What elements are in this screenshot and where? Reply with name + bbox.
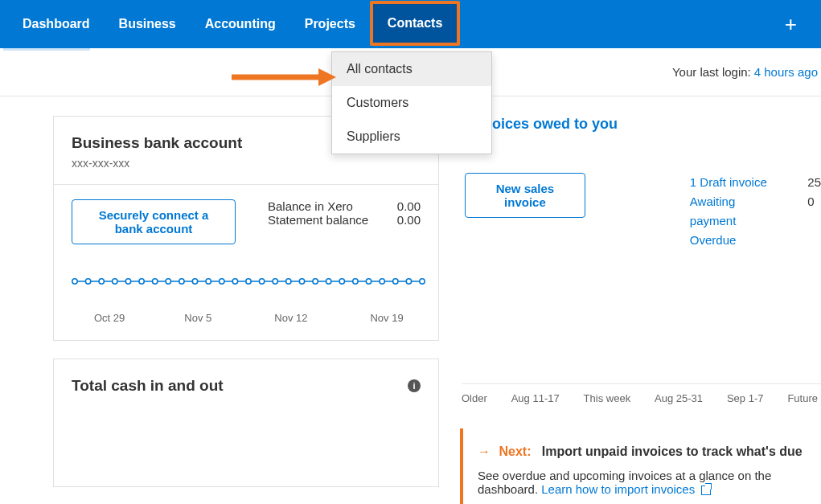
nav-contacts[interactable]: Contacts: [370, 1, 460, 46]
svg-point-11: [179, 279, 184, 284]
svg-point-29: [420, 279, 425, 284]
svg-point-24: [353, 279, 358, 284]
svg-point-21: [313, 279, 318, 284]
invoice-status-links: 1 Draft invoice Awaiting payment Overdue: [690, 173, 775, 250]
svg-point-6: [113, 279, 117, 284]
timeline-label: Aug 11-17: [511, 392, 560, 404]
svg-point-9: [153, 279, 158, 284]
xaxis-label: Oct 29: [94, 312, 125, 324]
balances-block: Balance in Xero 0.00 Statement balance 0…: [268, 199, 421, 227]
svg-point-25: [366, 279, 371, 284]
invoice-status-counts: 25 0: [807, 173, 821, 250]
new-sales-invoice-button[interactable]: New sales invoice: [465, 173, 585, 218]
last-login-label: Your last login:: [672, 65, 751, 79]
svg-point-12: [192, 279, 197, 284]
dropdown-all-contacts[interactable]: All contacts: [332, 52, 491, 86]
svg-point-26: [380, 279, 384, 284]
svg-point-7: [125, 279, 130, 284]
info-icon[interactable]: i: [408, 379, 421, 392]
xaxis-label: Nov 12: [274, 312, 307, 324]
divider: [54, 184, 438, 185]
svg-point-22: [326, 279, 331, 284]
invoice-timeline: Older Aug 11-17 This week Aug 25-31 Sep …: [462, 383, 821, 404]
add-icon[interactable]: +: [769, 12, 813, 37]
svg-point-19: [286, 279, 291, 284]
annotation-arrow-icon: [232, 68, 336, 86]
next-label: Next:: [499, 445, 531, 458]
nav-business[interactable]: Business: [105, 0, 191, 48]
main-content: Business bank account xxx-xxx-xxx Secure…: [0, 96, 821, 504]
xaxis-label: Nov 19: [370, 312, 403, 324]
bank-sparkline-chart: [72, 273, 425, 289]
next-step-panel: → Next: Import unpaid invoices to track …: [460, 428, 821, 504]
timeline-label: Future: [787, 392, 818, 404]
dropdown-customers[interactable]: Customers: [332, 86, 491, 120]
left-column: Business bank account xxx-xxx-xxx Secure…: [53, 116, 439, 504]
svg-marker-1: [318, 68, 336, 86]
statement-balance-label: Statement balance: [268, 213, 368, 227]
statement-balance-value: 0.00: [397, 213, 421, 227]
connect-bank-button[interactable]: Securely connect a bank account: [72, 199, 236, 244]
svg-point-18: [273, 279, 277, 284]
last-login-link[interactable]: 4 hours ago: [754, 65, 818, 79]
draft-count: 25: [807, 173, 821, 192]
dashboard-underline: [3, 48, 90, 51]
nav-dashboard[interactable]: Dashboard: [8, 0, 105, 48]
timeline-label: Sep 1-7: [727, 392, 764, 404]
dropdown-suppliers[interactable]: Suppliers: [332, 120, 491, 154]
cash-card: Total cash in and out i: [53, 359, 439, 487]
awaiting-payment-link[interactable]: Awaiting payment: [690, 192, 775, 231]
svg-point-8: [139, 279, 144, 284]
next-heading: Import unpaid invoices to track what's d…: [542, 445, 803, 458]
timeline-label: Aug 25-31: [655, 392, 703, 404]
overdue-link[interactable]: Overdue: [690, 231, 775, 250]
awaiting-count: 0: [807, 192, 821, 211]
balance-xero-label: Balance in Xero: [268, 199, 353, 213]
svg-point-13: [206, 279, 211, 284]
top-nav: Dashboard Business Accounting Projects C…: [0, 0, 821, 48]
timeline-label: This week: [584, 392, 631, 404]
contacts-dropdown: All contacts Customers Suppliers: [331, 51, 492, 154]
draft-invoice-link[interactable]: 1 Draft invoice: [690, 173, 775, 192]
bank-chart-xaxis: Oct 29 Nov 5 Nov 12 Nov 19: [72, 307, 421, 324]
bank-account-number: xxx-xxx-xxx: [72, 157, 421, 170]
xaxis-label: Nov 5: [184, 312, 211, 324]
svg-point-17: [259, 279, 264, 284]
svg-point-15: [232, 279, 237, 284]
balance-xero-value: 0.00: [397, 199, 421, 213]
invoices-header[interactable]: Invoices owed to you: [471, 116, 821, 133]
svg-point-5: [99, 279, 104, 284]
nav-accounting[interactable]: Accounting: [191, 0, 290, 48]
timeline-label: Older: [462, 392, 487, 404]
external-link-icon: [701, 486, 711, 495]
svg-point-20: [299, 279, 304, 284]
svg-point-16: [246, 279, 251, 284]
svg-point-10: [166, 279, 170, 284]
svg-point-14: [220, 279, 224, 284]
svg-point-23: [339, 279, 344, 284]
right-column: Invoices owed to you New sales invoice 1…: [462, 116, 821, 504]
cash-card-title: Total cash in and out: [72, 377, 224, 395]
learn-import-link[interactable]: Learn how to import invoices: [541, 482, 711, 496]
svg-point-3: [72, 279, 77, 284]
svg-point-4: [85, 279, 90, 284]
arrow-right-icon: →: [478, 445, 491, 458]
svg-point-28: [406, 279, 411, 284]
svg-point-27: [393, 279, 398, 284]
nav-projects[interactable]: Projects: [290, 0, 370, 48]
